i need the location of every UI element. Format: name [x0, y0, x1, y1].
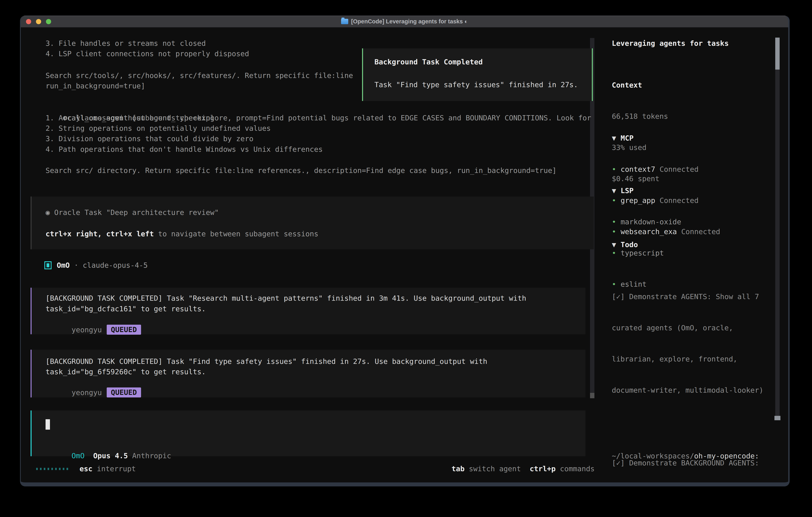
- context-heading: Context: [612, 80, 774, 90]
- activity-dots: [36, 468, 68, 470]
- hint-text: to navigate between subagent sessions: [154, 230, 318, 238]
- agent-header: OmO · claude-opus-4-5: [45, 260, 148, 271]
- app-name-regular: Open: [620, 483, 638, 486]
- ctrlp-key: ctrl+p: [530, 465, 556, 473]
- bug-list-item: 2. String operations on potentially unde…: [46, 123, 271, 134]
- task-author: yeongyu: [71, 388, 102, 397]
- session-title: Leveraging agents for tasks: [612, 38, 774, 49]
- todo-heading: Todo: [620, 240, 638, 250]
- prompt-input[interactable]: OmO Opus 4.5 Anthropic: [31, 410, 585, 456]
- collapse-triangle-icon[interactable]: ▼: [612, 186, 620, 196]
- app-name-bold: Code: [638, 483, 655, 486]
- input-agent-name[interactable]: OmO: [71, 452, 85, 460]
- task-message-line: [BACKGROUND TASK COMPLETED] Task "Find t…: [46, 356, 487, 366]
- task-message-meta: yeongyuQUEUED: [46, 314, 141, 346]
- task-message-line: [BACKGROUND TASK COMPLETED] Task "Resear…: [46, 293, 526, 303]
- ctrlp-label: commands: [556, 465, 594, 473]
- bullet-icon: •: [612, 483, 620, 486]
- background-task-toast[interactable]: Background Task Completed Task "Find typ…: [362, 48, 593, 101]
- bug-list-item: 3. Division operations that could divide…: [46, 134, 253, 144]
- status-badge: QUEUED: [107, 387, 141, 398]
- text-cursor: [46, 419, 50, 430]
- task-message-meta: yeongyuQUEUED: [46, 377, 141, 408]
- task-message-line: task_id="bg_6f59260c" to get results.: [46, 366, 206, 377]
- toast-body: Task "Find type safety issues" finished …: [374, 80, 578, 90]
- esc-key: esc: [80, 465, 92, 473]
- folder-icon: [341, 19, 348, 24]
- toast-title: Background Task Completed: [374, 57, 483, 67]
- scrollback-line: 3. File handles or streams not closed: [46, 38, 206, 49]
- esc-hint: esc interrupt: [80, 464, 136, 474]
- zoom-window-button[interactable]: [46, 19, 51, 24]
- lsp-section-header[interactable]: ▼LSP: [612, 186, 774, 196]
- bug-list-item: 4. Path operations that don't handle Win…: [46, 144, 323, 155]
- app-version-number: 1.0.163: [655, 483, 690, 486]
- sidebar-scrollbar-thumb[interactable]: [775, 37, 780, 70]
- workspace-path: ~/local-workspaces/oh-my-opencode:: [612, 451, 774, 461]
- tool-call-tail: Search src/ directory. Return specific f…: [46, 165, 557, 176]
- tab-key: tab: [452, 465, 465, 473]
- minimize-window-button[interactable]: [36, 19, 41, 24]
- titlebar[interactable]: [OpenCode] Leveraging agents for tasks ◐: [21, 16, 788, 28]
- lsp-heading: LSP: [620, 186, 634, 196]
- task-message[interactable]: [BACKGROUND TASK COMPLETED] Task "Find t…: [31, 350, 585, 398]
- agent-name: OmO: [57, 260, 70, 271]
- collapse-triangle-icon[interactable]: ▼: [612, 240, 620, 250]
- agent-model: claude-opus-4-5: [83, 260, 148, 271]
- tab-hint: tab switch agent: [452, 464, 521, 474]
- chat-scrollbar-thumb[interactable]: [590, 393, 594, 398]
- scrollback-line: Search src/tools/, src/hooks/, src/featu…: [46, 71, 353, 81]
- agent-separator: ·: [70, 260, 83, 271]
- oracle-task-box[interactable]: ◉ Oracle Task "Deep architecture review"…: [31, 196, 594, 249]
- status-badge: QUEUED: [107, 325, 141, 335]
- scrollback-line: run_in_background=true]: [46, 81, 145, 91]
- sidebar-scrollbar-track[interactable]: [775, 37, 780, 420]
- scrollback-line: 4. LSP client connections not properly d…: [46, 49, 249, 59]
- oracle-task-hint: ctrl+x right, ctrl+x left to navigate be…: [46, 229, 318, 239]
- todo-item-done[interactable]: [✓] Demonstrate AGENTS: Show all 7 curat…: [612, 271, 774, 416]
- version-info: •OpenCode 1.0.163: [612, 462, 774, 486]
- oracle-task-title: ◉ Oracle Task "Deep architecture review": [46, 207, 219, 218]
- mcp-section-header[interactable]: ▼MCP: [612, 133, 774, 143]
- bug-list-item: 1. Array access without bounds checking: [46, 113, 214, 123]
- window-title-group: [OpenCode] Leveraging agents for tasks ◐: [341, 18, 468, 25]
- input-model-name[interactable]: Opus 4.5: [85, 452, 128, 460]
- input-provider-name: Anthropic: [128, 452, 171, 460]
- commands-hint: ctrl+p commands: [530, 464, 594, 474]
- task-author: yeongyu: [71, 326, 102, 334]
- statusbar-left: esc interrupt: [36, 464, 136, 474]
- hint-keys: ctrl+x right, ctrl+x left: [46, 230, 154, 238]
- todo-section-header[interactable]: ▼Todo: [612, 240, 774, 250]
- opencode-terminal-window: [OpenCode] Leveraging agents for tasks ◐…: [20, 16, 790, 486]
- close-window-button[interactable]: [26, 19, 31, 24]
- tab-label: switch agent: [465, 465, 521, 473]
- git-branch: master: [612, 482, 774, 486]
- task-message-line: task_id="bg_dcfac161" to get results.: [46, 304, 206, 314]
- task-message[interactable]: [BACKGROUND TASK COMPLETED] Task "Resear…: [31, 288, 585, 334]
- collapse-triangle-icon[interactable]: ▼: [612, 133, 620, 143]
- omo-agent-icon: [45, 261, 52, 269]
- sidebar-scrollbar-end: [775, 416, 780, 420]
- record-dot-icon: ◉: [46, 208, 50, 217]
- window-title: [OpenCode] Leveraging agents for tasks ◐: [351, 18, 468, 25]
- mcp-heading: MCP: [620, 133, 634, 143]
- esc-label: interrupt: [92, 465, 136, 473]
- statusbar-right: tab switch agent ctrl+p commands: [452, 464, 594, 474]
